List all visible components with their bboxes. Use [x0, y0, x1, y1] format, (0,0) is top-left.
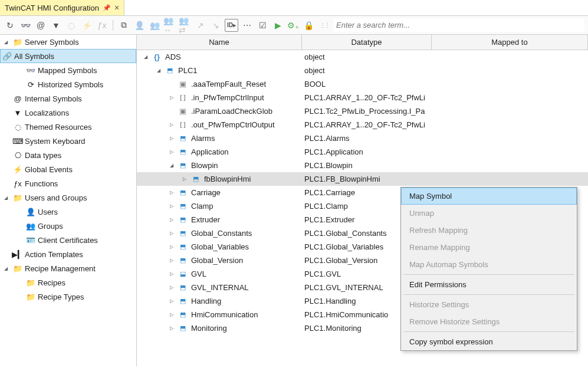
menu-item-copy-symbol-expression[interactable]: Copy symbol expression [401, 333, 577, 350]
internal-button[interactable]: @ [34, 19, 47, 32]
col-header-name[interactable]: Name [137, 35, 302, 50]
symbol-row[interactable]: ⬒AlarmsPLC1.Alarms [137, 132, 588, 145]
nav-icon: ⌨ [13, 136, 22, 146]
expander-icon[interactable] [167, 122, 176, 127]
symbol-name: fbBlowpinHmi [204, 175, 251, 183]
col-header-mapped[interactable]: Mapped to [432, 35, 588, 50]
expander-icon[interactable] [167, 258, 176, 263]
symbol-type-icon: ⬒ [191, 175, 201, 183]
expander-icon[interactable] [167, 312, 176, 317]
expander-icon[interactable] [167, 244, 176, 249]
symbol-name: Handling [191, 297, 221, 305]
symbol-row[interactable]: ▣.iParamLoadCheckGlobPLC1.Tc2_PfwLib_Pro… [137, 104, 588, 118]
sidebar-item-internal-symbols[interactable]: @Internal Symbols [0, 91, 136, 106]
sidebar-item-users-and-groups[interactable]: 📁Users and Groups [0, 190, 136, 205]
symbol-name: GVL_INTERNAL [191, 283, 249, 292]
symbol-row[interactable]: ⬒BlowpinPLC1.Blowpin [137, 159, 588, 172]
symbol-row[interactable]: [ ].in_PfwTempCtrlInputPLC1.ARRAY_1..20_… [137, 91, 588, 104]
symbol-name: .out_PfwTempCtrlOutput [191, 120, 275, 129]
expander-icon[interactable] [155, 68, 163, 73]
expander-icon[interactable] [167, 217, 176, 222]
localize-button[interactable]: ▼ [50, 19, 63, 32]
sidebar-item-users[interactable]: 👤Users [0, 205, 136, 219]
menu-item-map-symbol[interactable]: Map Symbol [401, 188, 577, 205]
event-button: ⚡ [80, 19, 93, 32]
symbol-name: Extruder [191, 215, 220, 224]
expander-icon[interactable] [167, 298, 176, 304]
sidebar: 📁Server Symbols🔗All Symbols👓Mapped Symbo… [0, 35, 137, 366]
sidebar-item-localizations[interactable]: ▼Localizations [0, 106, 136, 120]
sidebar-item-global-events[interactable]: ⚡Global Events [0, 162, 136, 176]
symbol-name: Monitoring [191, 324, 227, 333]
expander-icon[interactable] [180, 176, 189, 182]
copy-button[interactable]: ⧉ [117, 19, 130, 32]
id-button[interactable]: ID▸ [225, 19, 238, 32]
expander-icon[interactable] [167, 285, 176, 290]
expander-icon[interactable] [167, 136, 176, 141]
sidebar-item-groups[interactable]: 👥Groups [0, 219, 136, 233]
more-button[interactable]: ⋯ [241, 19, 254, 32]
separator [113, 20, 113, 31]
menu-item-edit-permissions[interactable]: Edit Permissions [401, 276, 577, 293]
check-button[interactable]: ☑ [256, 19, 269, 32]
expander-icon[interactable] [167, 326, 176, 331]
expander-icon[interactable] [167, 231, 176, 236]
symbol-type-icon: [ ] [178, 94, 188, 101]
sidebar-item-mapped-symbols[interactable]: 👓Mapped Symbols [0, 63, 136, 77]
symbol-row[interactable]: ▣.aaaTempFault_ResetBOOL [137, 77, 588, 91]
symbol-datatype: BOOL [302, 80, 432, 88]
toolbar: ↻ 👓 @ ▼ ◌ ⚡ ƒx ⧉ 👤 👥 👥↔ 👥⇄ ↗ ↘ ID▸ ⋯ ☑ ▶… [0, 16, 588, 35]
sidebar-item-data-types[interactable]: ⎔Data types [0, 148, 136, 162]
sidebar-item-all-symbols[interactable]: 🔗All Symbols [0, 49, 136, 63]
sidebar-item-themed-resources[interactable]: ◌Themed Resources [0, 120, 136, 134]
symbol-type-icon: ⬒ [178, 284, 188, 291]
symbol-datatype: PLC1.ARRAY_1..20_OF-Tc2_PfwLi [302, 93, 432, 102]
expander-icon[interactable] [167, 95, 176, 100]
nav-icon: 👤 [26, 207, 35, 216]
symbol-row[interactable]: {}ADSobject [137, 50, 588, 64]
symbol-row[interactable]: ⬒PLC1object [137, 64, 588, 77]
sidebar-item-action-templates[interactable]: ▶▎Action Templates [0, 247, 136, 261]
sidebar-item-functions[interactable]: ƒxFunctions [0, 176, 136, 190]
symbol-name: GVL [191, 270, 206, 278]
chevron-down-icon[interactable] [2, 194, 9, 201]
symbol-row[interactable]: ⬒ApplicationPLC1.Application [137, 145, 588, 159]
col-header-datatype[interactable]: Datatype [302, 35, 432, 50]
pin-icon[interactable]: 📌 [103, 4, 111, 12]
context-menu: Map SymbolUnmapRefresh MappingRename Map… [400, 187, 577, 351]
expander-icon[interactable] [167, 149, 176, 155]
symbol-name: .aaaTempFault_Reset [191, 80, 266, 88]
refresh-button[interactable]: ↻ [4, 19, 17, 32]
close-icon[interactable]: × [114, 3, 119, 12]
expander-icon[interactable] [167, 271, 176, 277]
expander-icon[interactable] [167, 163, 176, 168]
symbol-datatype: object [302, 52, 432, 61]
sidebar-item-label: Internal Symbols [25, 94, 82, 103]
gear-plus-button[interactable]: ⚙₊ [287, 19, 300, 32]
chevron-down-icon[interactable] [2, 265, 9, 272]
import-button: ↘ [209, 19, 222, 32]
tab-hmi-config[interactable]: TwinCAT HMI Configuration 📌 × [0, 0, 124, 15]
run-button[interactable]: ▶ [271, 19, 284, 32]
expander-icon[interactable] [167, 203, 176, 209]
symbol-type-icon: ⬒ [178, 297, 188, 305]
sidebar-item-recipes[interactable]: 📁Recipes [0, 275, 136, 290]
lock-button[interactable]: 🔒 [302, 19, 315, 32]
sidebar-item-recipe-types[interactable]: 📁Recipe Types [0, 290, 136, 304]
search-input[interactable] [334, 18, 584, 32]
menu-separator [403, 294, 574, 295]
sidebar-item-recipe-management[interactable]: 📁Recipe Management [0, 261, 136, 275]
symbol-datatype: PLC1.Alarms [302, 134, 432, 143]
sidebar-item-historized-symbols[interactable]: ⟳Historized Symbols [0, 77, 136, 91]
sidebar-item-system-keyboard[interactable]: ⌨System Keyboard [0, 134, 136, 148]
mapped-button[interactable]: 👓 [19, 19, 32, 32]
chevron-down-icon[interactable] [2, 38, 9, 45]
symbol-row[interactable]: [ ].out_PfwTempCtrlOutputPLC1.ARRAY_1..2… [137, 118, 588, 132]
symbol-row[interactable]: ⬒fbBlowpinHmiPLC1.FB_BlowpinHmi [137, 172, 588, 186]
expander-icon[interactable] [167, 190, 176, 195]
sidebar-item-client-certificates[interactable]: 🪪Client Certificates [0, 233, 136, 247]
expander-icon[interactable] [142, 54, 150, 60]
sidebar-item-server-symbols[interactable]: 📁Server Symbols [0, 35, 136, 49]
export-button: ↗ [194, 19, 207, 32]
symbol-datatype: PLC1.Blowpin [302, 161, 432, 170]
